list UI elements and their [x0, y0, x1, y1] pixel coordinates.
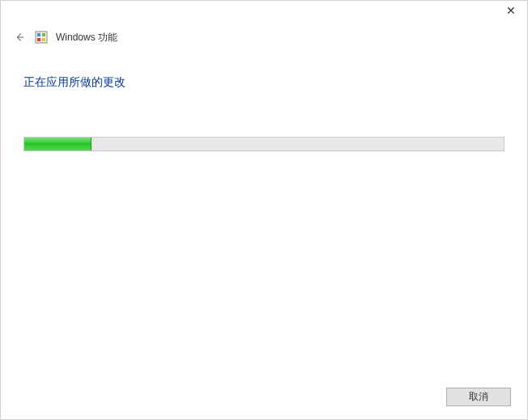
titlebar: ✕	[1, 1, 527, 25]
back-button[interactable]	[12, 30, 27, 45]
progress-fill	[24, 138, 92, 151]
windows-features-icon	[35, 31, 48, 44]
footer: 取消	[446, 388, 511, 406]
svg-rect-2	[42, 33, 45, 36]
header: Windows 功能	[1, 25, 527, 56]
window-title: Windows 功能	[56, 31, 117, 45]
close-button[interactable]: ✕	[495, 1, 527, 20]
page-heading: 正在应用所做的更改	[23, 75, 505, 90]
progress-bar	[23, 137, 505, 151]
svg-rect-1	[37, 33, 40, 36]
cancel-button[interactable]: 取消	[446, 388, 511, 406]
svg-rect-3	[37, 38, 40, 41]
back-arrow-icon	[14, 32, 25, 43]
content-area: 正在应用所做的更改	[1, 56, 527, 151]
svg-rect-4	[42, 38, 45, 41]
app-icon	[35, 31, 48, 44]
close-icon: ✕	[506, 4, 516, 17]
